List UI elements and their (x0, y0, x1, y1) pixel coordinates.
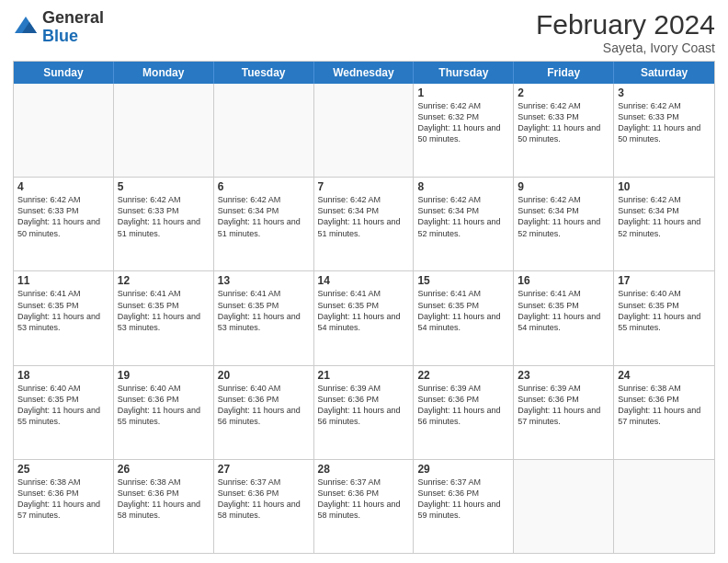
day-number: 14 (318, 274, 410, 287)
day-number: 22 (417, 369, 509, 382)
day-number: 12 (118, 274, 210, 287)
header-day-monday: Monday (114, 62, 214, 84)
header-day-friday: Friday (514, 62, 614, 84)
cal-cell: 11Sunrise: 6:41 AM Sunset: 6:35 PM Dayli… (14, 271, 114, 364)
cal-cell: 9Sunrise: 6:42 AM Sunset: 6:34 PM Daylig… (514, 178, 614, 270)
cal-cell: 4Sunrise: 6:42 AM Sunset: 6:33 PM Daylig… (14, 178, 114, 270)
day-number: 5 (118, 180, 210, 193)
cal-cell: 12Sunrise: 6:41 AM Sunset: 6:35 PM Dayli… (114, 271, 214, 364)
cell-info: Sunrise: 6:41 AM Sunset: 6:35 PM Dayligh… (417, 288, 509, 333)
day-number: 3 (618, 86, 711, 99)
day-number: 26 (118, 463, 210, 476)
day-number: 21 (318, 369, 410, 382)
day-number: 11 (17, 274, 109, 287)
cal-cell: 25Sunrise: 6:38 AM Sunset: 6:36 PM Dayli… (14, 460, 114, 553)
day-number: 15 (417, 274, 509, 287)
cell-info: Sunrise: 6:40 AM Sunset: 6:35 PM Dayligh… (17, 383, 109, 428)
cell-info: Sunrise: 6:39 AM Sunset: 6:36 PM Dayligh… (518, 383, 609, 428)
cal-cell: 16Sunrise: 6:41 AM Sunset: 6:35 PM Dayli… (514, 271, 614, 364)
calendar-body: 1Sunrise: 6:42 AM Sunset: 6:32 PM Daylig… (14, 84, 714, 553)
cell-info: Sunrise: 6:39 AM Sunset: 6:36 PM Dayligh… (417, 383, 509, 428)
day-number: 6 (218, 180, 310, 193)
cal-cell: 14Sunrise: 6:41 AM Sunset: 6:35 PM Dayli… (314, 271, 415, 364)
day-number: 25 (17, 463, 109, 476)
cal-cell: 7Sunrise: 6:42 AM Sunset: 6:34 PM Daylig… (314, 178, 415, 270)
logo: General Blue (13, 9, 104, 46)
cell-info: Sunrise: 6:42 AM Sunset: 6:33 PM Dayligh… (17, 194, 109, 239)
cal-cell: 19Sunrise: 6:40 AM Sunset: 6:36 PM Dayli… (114, 366, 214, 459)
cal-cell: 2Sunrise: 6:42 AM Sunset: 6:33 PM Daylig… (514, 84, 614, 177)
cal-row-0: 1Sunrise: 6:42 AM Sunset: 6:32 PM Daylig… (14, 84, 714, 177)
day-number: 9 (518, 180, 609, 193)
day-number: 16 (518, 274, 609, 287)
cal-cell (514, 460, 614, 553)
header-day-tuesday: Tuesday (214, 62, 314, 84)
cal-cell (614, 460, 714, 553)
logo-general: General (42, 9, 104, 28)
header-day-wednesday: Wednesday (314, 62, 415, 84)
cell-info: Sunrise: 6:42 AM Sunset: 6:34 PM Dayligh… (618, 194, 711, 239)
cal-cell: 27Sunrise: 6:37 AM Sunset: 6:36 PM Dayli… (214, 460, 314, 553)
title-block: February 2024 Sayeta, Ivory Coast (536, 9, 715, 55)
day-number: 10 (618, 180, 711, 193)
cal-cell: 23Sunrise: 6:39 AM Sunset: 6:36 PM Dayli… (514, 366, 614, 459)
day-number: 27 (218, 463, 310, 476)
cal-cell: 29Sunrise: 6:37 AM Sunset: 6:36 PM Dayli… (414, 460, 514, 553)
logo-icon (13, 15, 39, 40)
cal-cell: 28Sunrise: 6:37 AM Sunset: 6:36 PM Dayli… (314, 460, 415, 553)
cal-cell: 8Sunrise: 6:42 AM Sunset: 6:34 PM Daylig… (414, 178, 514, 270)
cell-info: Sunrise: 6:38 AM Sunset: 6:36 PM Dayligh… (17, 477, 109, 522)
cal-row-4: 25Sunrise: 6:38 AM Sunset: 6:36 PM Dayli… (14, 459, 714, 553)
cell-info: Sunrise: 6:40 AM Sunset: 6:36 PM Dayligh… (218, 383, 310, 428)
cell-info: Sunrise: 6:42 AM Sunset: 6:34 PM Dayligh… (218, 194, 310, 239)
cell-info: Sunrise: 6:41 AM Sunset: 6:35 PM Dayligh… (218, 288, 310, 333)
cell-info: Sunrise: 6:42 AM Sunset: 6:34 PM Dayligh… (318, 194, 410, 239)
cell-info: Sunrise: 6:42 AM Sunset: 6:33 PM Dayligh… (118, 194, 210, 239)
cal-row-3: 18Sunrise: 6:40 AM Sunset: 6:35 PM Dayli… (14, 365, 714, 459)
cal-cell: 24Sunrise: 6:38 AM Sunset: 6:36 PM Dayli… (614, 366, 714, 459)
cell-info: Sunrise: 6:42 AM Sunset: 6:33 PM Dayligh… (518, 100, 609, 145)
header-day-thursday: Thursday (414, 62, 514, 84)
cal-cell: 13Sunrise: 6:41 AM Sunset: 6:35 PM Dayli… (214, 271, 314, 364)
location: Sayeta, Ivory Coast (536, 40, 715, 55)
cell-info: Sunrise: 6:38 AM Sunset: 6:36 PM Dayligh… (118, 477, 210, 522)
cal-cell (14, 84, 114, 177)
cal-cell: 22Sunrise: 6:39 AM Sunset: 6:36 PM Dayli… (414, 366, 514, 459)
cell-info: Sunrise: 6:40 AM Sunset: 6:35 PM Dayligh… (618, 288, 711, 333)
cell-info: Sunrise: 6:42 AM Sunset: 6:34 PM Dayligh… (417, 194, 509, 239)
day-number: 18 (17, 369, 109, 382)
day-number: 1 (417, 86, 509, 99)
cell-info: Sunrise: 6:41 AM Sunset: 6:35 PM Dayligh… (318, 288, 410, 333)
cell-info: Sunrise: 6:41 AM Sunset: 6:35 PM Dayligh… (118, 288, 210, 333)
cal-cell: 17Sunrise: 6:40 AM Sunset: 6:35 PM Dayli… (614, 271, 714, 364)
cal-cell (314, 84, 415, 177)
day-number: 23 (518, 369, 609, 382)
cal-cell: 6Sunrise: 6:42 AM Sunset: 6:34 PM Daylig… (214, 178, 314, 270)
cal-cell: 5Sunrise: 6:42 AM Sunset: 6:33 PM Daylig… (114, 178, 214, 270)
cal-cell: 15Sunrise: 6:41 AM Sunset: 6:35 PM Dayli… (414, 271, 514, 364)
page: General Blue February 2024 Sayeta, Ivory… (0, 0, 728, 563)
cal-cell (114, 84, 214, 177)
header: General Blue February 2024 Sayeta, Ivory… (13, 9, 715, 55)
day-number: 20 (218, 369, 310, 382)
cell-info: Sunrise: 6:39 AM Sunset: 6:36 PM Dayligh… (318, 383, 410, 428)
month-title: February 2024 (536, 9, 715, 40)
cell-info: Sunrise: 6:38 AM Sunset: 6:36 PM Dayligh… (618, 383, 711, 428)
day-number: 24 (618, 369, 711, 382)
cal-cell: 1Sunrise: 6:42 AM Sunset: 6:32 PM Daylig… (414, 84, 514, 177)
day-number: 29 (417, 463, 509, 476)
day-number: 7 (318, 180, 410, 193)
cal-cell: 18Sunrise: 6:40 AM Sunset: 6:35 PM Dayli… (14, 366, 114, 459)
day-number: 2 (518, 86, 609, 99)
cal-row-1: 4Sunrise: 6:42 AM Sunset: 6:33 PM Daylig… (14, 177, 714, 270)
cell-info: Sunrise: 6:42 AM Sunset: 6:32 PM Dayligh… (417, 100, 509, 145)
calendar-header: SundayMondayTuesdayWednesdayThursdayFrid… (14, 62, 714, 84)
cal-cell: 21Sunrise: 6:39 AM Sunset: 6:36 PM Dayli… (314, 366, 415, 459)
day-number: 19 (118, 369, 210, 382)
cell-info: Sunrise: 6:41 AM Sunset: 6:35 PM Dayligh… (17, 288, 109, 333)
cell-info: Sunrise: 6:42 AM Sunset: 6:33 PM Dayligh… (618, 100, 711, 145)
cal-cell: 10Sunrise: 6:42 AM Sunset: 6:34 PM Dayli… (614, 178, 714, 270)
day-number: 28 (318, 463, 410, 476)
day-number: 8 (417, 180, 509, 193)
cal-row-2: 11Sunrise: 6:41 AM Sunset: 6:35 PM Dayli… (14, 270, 714, 364)
